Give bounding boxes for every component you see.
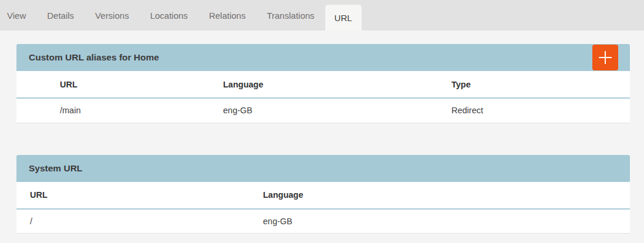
column-header-url: URL xyxy=(16,182,263,209)
panel-title: Custom URL aliases for Home xyxy=(29,52,159,63)
cell-language: eng-GB xyxy=(223,98,451,123)
spacer-cell xyxy=(16,98,60,123)
url-aliases-table: URL Language Type /main eng-GB Redirect xyxy=(16,71,630,123)
cell-type: Redirect xyxy=(451,98,630,123)
tab-details[interactable]: Details xyxy=(36,0,85,31)
system-url-panel: System URL URL Language / eng-GB xyxy=(16,155,630,234)
tab-relations[interactable]: Relations xyxy=(198,0,257,31)
url-tab-content: Custom URL aliases for Home URL Language… xyxy=(0,31,644,234)
cell-url: /main xyxy=(60,98,223,123)
system-url-header: System URL xyxy=(16,155,630,182)
column-header-url: URL xyxy=(60,71,223,98)
column-header-language: Language xyxy=(223,71,451,98)
tab-locations[interactable]: Locations xyxy=(140,0,198,31)
table-header-row: URL Language xyxy=(16,182,630,209)
plus-icon xyxy=(599,51,612,64)
custom-url-aliases-panel: Custom URL aliases for Home URL Language… xyxy=(16,44,630,123)
table-row: / eng-GB xyxy=(16,209,630,234)
system-url-table: URL Language / eng-GB xyxy=(16,182,630,234)
column-header-language: Language xyxy=(263,182,630,209)
cell-url: / xyxy=(16,209,263,234)
custom-url-aliases-header: Custom URL aliases for Home xyxy=(16,44,630,71)
table-row: /main eng-GB Redirect xyxy=(16,98,630,123)
cell-language: eng-GB xyxy=(263,209,630,234)
column-header-type: Type xyxy=(451,71,630,98)
add-url-alias-button[interactable] xyxy=(592,45,618,70)
tab-versions[interactable]: Versions xyxy=(85,0,140,31)
content-tab-bar: View Details Versions Locations Relation… xyxy=(0,0,644,31)
spacer-column-header xyxy=(16,71,60,98)
tab-url[interactable]: URL xyxy=(325,5,362,31)
tab-translations[interactable]: Translations xyxy=(256,0,325,31)
panel-title: System URL xyxy=(29,163,82,174)
table-header-row: URL Language Type xyxy=(16,71,630,98)
tab-view[interactable]: View xyxy=(0,0,36,31)
